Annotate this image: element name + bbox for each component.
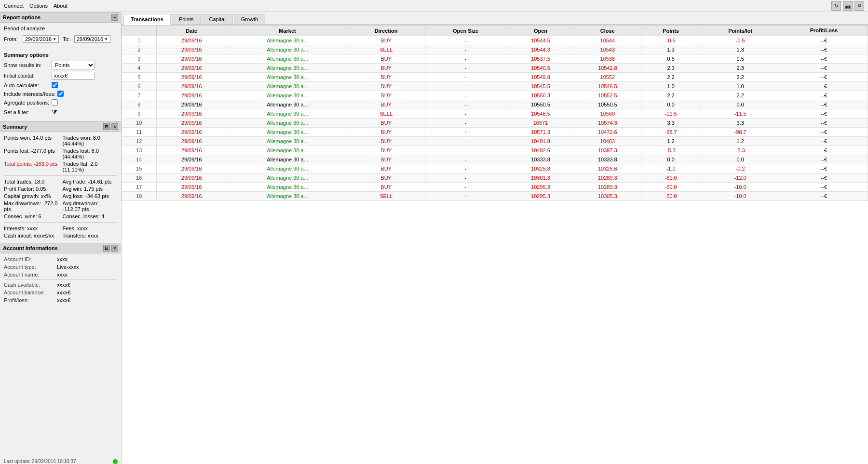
cell-num: 13: [122, 146, 157, 155]
menu-connect[interactable]: Connect: [4, 3, 24, 9]
cell-open: 10548.5: [507, 109, 574, 119]
include-interest-checkbox[interactable]: [57, 91, 64, 97]
cell-num: 10: [122, 119, 157, 128]
cell-direction: BUY: [348, 164, 424, 173]
cell-points: -50.0: [641, 192, 701, 201]
cell-open: 10540.5: [507, 64, 574, 73]
cell-open-size: -: [424, 82, 507, 91]
table-row[interactable]: 14 29/09/16 Allemagne 30 a... BUY - 1033…: [122, 155, 868, 164]
table-header-row: Date Market Direction Open Size Open Clo…: [122, 26, 868, 36]
cell-market: Allemagne 30 a...: [227, 155, 348, 164]
to-date-chevron: ▼: [104, 37, 108, 41]
cell-points-lot: 1.0: [701, 82, 780, 91]
account-icon2[interactable]: ×: [111, 245, 118, 252]
cell-market: Allemagne 30 a...: [227, 146, 348, 155]
cell-direction: SELL: [348, 45, 424, 54]
agregate-checkbox[interactable]: [52, 99, 58, 106]
table-row[interactable]: 18 29/09/16 Allemagne 30 a... SELL - 102…: [122, 192, 868, 201]
tab-growth[interactable]: Growth: [234, 14, 265, 24]
cell-open: 10571.3: [507, 128, 574, 137]
table-row[interactable]: 7 29/09/16 Allemagne 30 a... BUY - 10550…: [122, 91, 868, 100]
table-row[interactable]: 6 29/09/16 Allemagne 30 a... BUY - 10545…: [122, 82, 868, 91]
table-row[interactable]: 12 29/09/16 Allemagne 30 a... BUY - 1040…: [122, 137, 868, 146]
initial-capital-input[interactable]: [52, 72, 95, 80]
table-row[interactable]: 5 29/09/16 Allemagne 30 a... BUY - 10549…: [122, 73, 868, 82]
from-date-selector[interactable]: 29/09/2016 ▼: [23, 35, 59, 43]
summary-line-3: Total points: -263.0 pts Trades flat: 2.…: [4, 161, 117, 172]
col-market[interactable]: Market: [227, 26, 348, 36]
cell-date: 29/09/16: [156, 192, 227, 201]
col-points[interactable]: Points: [641, 26, 701, 36]
include-interest-label: Include interests/fees:: [4, 91, 55, 97]
cell-close: 10289.3: [574, 173, 641, 183]
table-row[interactable]: 17 29/09/16 Allemagne 30 a... BUY - 1029…: [122, 183, 868, 192]
summary-title: Summary: [3, 124, 27, 130]
camera-icon[interactable]: 📷: [843, 1, 853, 11]
cell-close: 10543: [574, 45, 641, 54]
table-row[interactable]: 9 29/09/16 Allemagne 30 a... SELL - 1054…: [122, 109, 868, 119]
table-row[interactable]: 13 29/09/16 Allemagne 30 a... BUY - 1040…: [122, 146, 868, 155]
summary-icon1[interactable]: ⊡: [103, 123, 110, 130]
summary-line-5: Profit Factor: 0.05 Avg win: 1.75 pts: [4, 186, 117, 192]
cell-open: 10295.3: [507, 192, 574, 201]
cell-open: 10325.8: [507, 164, 574, 173]
cell-date: 29/09/16: [156, 146, 227, 155]
table-row[interactable]: 1 29/09/16 Allemagne 30 a... BUY - 10544…: [122, 36, 868, 45]
table-row[interactable]: 3 29/09/16 Allemagne 30 a... BUY - 10537…: [122, 54, 868, 64]
cell-date: 29/09/16: [156, 91, 227, 100]
cell-num: 8: [122, 100, 157, 109]
summary-icon2[interactable]: ×: [111, 123, 118, 130]
set-filter-label: Set a filter:: [4, 109, 50, 115]
cell-direction: BUY: [348, 137, 424, 146]
report-options-collapse-icon[interactable]: −: [111, 14, 118, 21]
tab-capital[interactable]: Capital: [202, 14, 232, 24]
cell-open-size: -: [424, 128, 507, 137]
cell-direction: BUY: [348, 155, 424, 164]
cell-num: 6: [122, 82, 157, 91]
col-direction[interactable]: Direction: [348, 26, 424, 36]
window-icon[interactable]: ⧉: [854, 1, 864, 11]
cell-profit-loss: --€: [780, 36, 868, 45]
cell-num: 3: [122, 54, 157, 64]
refresh-icon[interactable]: ↻: [831, 1, 841, 11]
table-row[interactable]: 8 29/09/16 Allemagne 30 a... BUY - 10550…: [122, 100, 868, 109]
auto-calculate-checkbox[interactable]: [52, 82, 58, 88]
col-open-size[interactable]: Open Size: [424, 26, 507, 36]
col-close[interactable]: Close: [574, 26, 641, 36]
cell-open-size: -: [424, 146, 507, 155]
table-row[interactable]: 2 29/09/16 Allemagne 30 a... SELL - 1054…: [122, 45, 868, 54]
table-row[interactable]: 10 29/09/16 Allemagne 30 a... BUY - 1057…: [122, 119, 868, 128]
cell-profit-loss: --€: [780, 54, 868, 64]
cell-date: 29/09/16: [156, 73, 227, 82]
table-row[interactable]: 11 29/09/16 Allemagne 30 a... BUY - 1057…: [122, 128, 868, 137]
cell-market: Allemagne 30 a...: [227, 164, 348, 173]
to-label: To:: [63, 36, 72, 42]
filter-icon[interactable]: ⧩: [52, 108, 57, 116]
menu-options[interactable]: Options: [29, 3, 48, 9]
account-icon1[interactable]: ⊡: [103, 245, 110, 252]
cell-num: 12: [122, 137, 157, 146]
cell-num: 14: [122, 155, 157, 164]
menu-bar: Connect Options About ↻ 📷 ⧉: [0, 0, 868, 12]
table-row[interactable]: 4 29/09/16 Allemagne 30 a... BUY - 10540…: [122, 64, 868, 73]
cell-points-lot: -10.0: [701, 183, 780, 192]
from-date-chevron: ▼: [53, 37, 56, 41]
cell-profit-loss: --€: [780, 192, 868, 201]
menu-about[interactable]: About: [54, 3, 68, 9]
col-open[interactable]: Open: [507, 26, 574, 36]
tab-points[interactable]: Points: [172, 14, 201, 24]
cell-open: 10301.3: [507, 173, 574, 183]
cell-direction: BUY: [348, 36, 424, 45]
tab-transactions[interactable]: Transactions: [123, 14, 171, 25]
to-date-selector[interactable]: 29/09/2016 ▼: [74, 35, 110, 43]
cell-open-size: -: [424, 45, 507, 54]
table-row[interactable]: 16 29/09/16 Allemagne 30 a... BUY - 1030…: [122, 173, 868, 183]
cell-date: 29/09/16: [156, 128, 227, 137]
col-num: [122, 26, 157, 36]
col-profit-loss[interactable]: Profit/Loss: [780, 26, 868, 36]
table-row[interactable]: 15 29/09/16 Allemagne 30 a... BUY - 1032…: [122, 164, 868, 173]
col-points-lot[interactable]: Points/lot: [701, 26, 780, 36]
show-results-select[interactable]: Points Currency Percent: [52, 61, 95, 69]
col-date[interactable]: Date: [156, 26, 227, 36]
cell-points: 2.2: [641, 73, 701, 82]
